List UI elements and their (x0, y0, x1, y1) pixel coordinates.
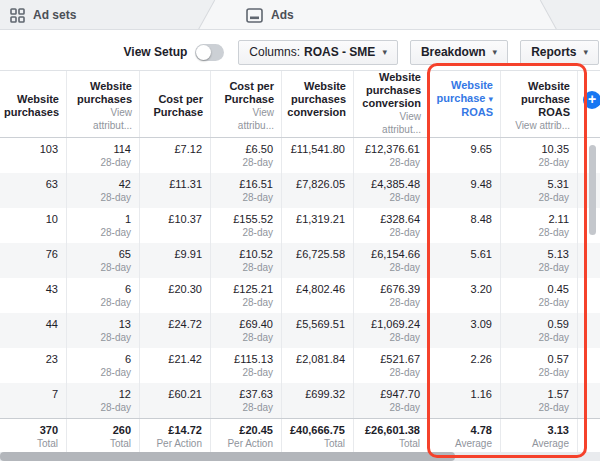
view-setup-toggle[interactable] (195, 44, 224, 61)
metric-cell: 9.48 (429, 173, 501, 208)
cell-value: 9.65 (431, 142, 492, 156)
cell-sublabel: 28-day (356, 296, 420, 309)
cell-sublabel: 28-day (69, 331, 131, 344)
table-row: 23628-day£21.42£115.1328-day£2,081.84£52… (0, 348, 600, 383)
vertical-scrollbar-thumb[interactable] (589, 145, 596, 235)
cell-sublabel: 28-day (213, 191, 273, 204)
column-attribution-note: View attrib... (515, 119, 570, 132)
breakdown-dropdown-button[interactable]: Breakdown ▾ (410, 40, 508, 65)
caret-down-icon: ▾ (493, 47, 498, 57)
cell-value: £10.52 (213, 247, 273, 261)
columns-dropdown-button[interactable]: Columns: ROAS - SME ▾ (238, 40, 398, 65)
cell-value: £947.70 (356, 387, 420, 401)
breakdown-label: Breakdown (421, 45, 486, 59)
cell-sublabel: 28-day (213, 401, 273, 414)
cell-sublabel: 28-day (213, 366, 273, 379)
table-row: 10311428-day£7.12£6.5028-day£11,541.80£1… (0, 138, 600, 173)
metric-cell: £10.37 (140, 208, 211, 243)
table-body: 10311428-day£7.12£6.5028-day£11,541.80£1… (0, 138, 600, 418)
column-header-purchases-conversion[interactable]: Website purchases conversion (282, 71, 354, 137)
horizontal-scrollbar[interactable] (0, 452, 600, 461)
add-column-button[interactable]: + (583, 91, 600, 109)
cell-value: £24.72 (142, 317, 202, 331)
tab-ad-sets[interactable]: Ad sets (10, 0, 76, 30)
reports-dropdown-button[interactable]: Reports ▾ (520, 40, 599, 65)
metric-cell: 8.48 (429, 208, 501, 243)
metric-cell: £4,802.46 (282, 278, 354, 313)
cell-sublabel: 28-day (69, 156, 131, 169)
metric-cell: 10.3528-day (501, 138, 578, 173)
column-header-purchase-roas-attributed[interactable]: Website purchase ROAS View attrib... (501, 71, 578, 137)
cell-value: £4,802.46 (284, 282, 345, 296)
column-title: Cost per Purchase (215, 80, 274, 106)
cell-sublabel: Average (503, 437, 569, 450)
metric-cell: £10.5228-day (211, 243, 282, 278)
table-row: 71228-day£60.21£37.6328-day£699.32£947.7… (0, 383, 600, 418)
cell-sublabel: 28-day (503, 401, 569, 414)
cell-value: £60.21 (142, 387, 202, 401)
table-row: 634228-day£11.31£16.5128-day£7,826.05£4,… (0, 173, 600, 208)
cell-value: 10.35 (503, 142, 569, 156)
metric-cell: £328.6428-day (354, 208, 429, 243)
column-header-website-purchases[interactable]: Website purchases (0, 71, 67, 137)
metric-cell: 0.5728-day (501, 348, 578, 383)
metric-cell: £125.2128-day (211, 278, 282, 313)
table-footer: 370Total260Total£14.72Per Action£20.45Pe… (0, 418, 600, 452)
horizontal-scrollbar-thumb[interactable] (0, 452, 455, 461)
total-cell: £26,601.38Total (354, 419, 429, 452)
metric-cell: £60.21 (140, 383, 211, 418)
column-title: Website purchases conversion (358, 71, 421, 110)
metric-cell: 43 (0, 278, 67, 313)
cell-value: £20.45 (213, 423, 273, 437)
cell-sublabel: 28-day (503, 191, 569, 204)
metric-cell: 103 (0, 138, 67, 173)
ad-card-icon (246, 8, 263, 23)
metric-cell: £16.5128-day (211, 173, 282, 208)
cell-sublabel: 28-day (503, 156, 569, 169)
column-header-cost-per-purchase-attributed[interactable]: Cost per Purchase View attribu... (211, 71, 282, 137)
metric-cell: £5,569.51 (282, 313, 354, 348)
cell-value: 114 (69, 142, 131, 156)
metric-cell: £4,385.4828-day (354, 173, 429, 208)
cell-sublabel: 28-day (69, 226, 131, 239)
metric-cell: £7,826.05 (282, 173, 354, 208)
cell-value: £521.67 (356, 352, 420, 366)
column-header-purchase-roas-sorted[interactable]: Website purchase▾ROAS (429, 71, 501, 137)
view-setup-control: View Setup (124, 44, 225, 61)
column-attribution-note: View attribut... (358, 110, 421, 132)
total-cell: £20.45Per Action (211, 419, 282, 452)
view-setup-label: View Setup (124, 45, 188, 59)
metric-cell: 0.4528-day (501, 278, 578, 313)
cell-value: £699.32 (284, 387, 345, 401)
metric-cell: 76 (0, 243, 67, 278)
cell-value: 8.48 (431, 212, 492, 226)
cell-value: £6,154.66 (356, 247, 420, 261)
cell-value: 103 (2, 142, 58, 156)
cell-value: 5.13 (503, 247, 569, 261)
cell-sublabel: Average (431, 437, 492, 450)
metric-cell: 10 (0, 208, 67, 243)
cell-value: 0.57 (503, 352, 569, 366)
cell-value: 2.26 (431, 352, 492, 366)
tab-ads[interactable]: Ads (246, 0, 294, 30)
cell-value: £40,666.75 (284, 423, 345, 437)
column-header-cost-per-purchase[interactable]: Cost per Purchase (140, 71, 211, 137)
metric-cell: 44 (0, 313, 67, 348)
metric-cell: 628-day (67, 278, 140, 313)
metric-cell: 7 (0, 383, 67, 418)
table-row: 441328-day£24.72£69.4028-day£5,569.51£1,… (0, 313, 600, 348)
table-header-row: Website purchases Website purchases View… (0, 70, 600, 138)
cell-value: 65 (69, 247, 131, 261)
column-attribution-note: View attribu... (215, 106, 274, 132)
tab-ad-sets-label: Ad sets (33, 8, 76, 22)
total-cell: 3.13Average (501, 419, 578, 452)
column-header-website-purchases-attributed[interactable]: Website purchases View attribut... (67, 71, 140, 137)
total-cell: 260Total (67, 419, 140, 452)
cell-sublabel: 28-day (69, 191, 131, 204)
cell-value: £676.39 (356, 282, 420, 296)
cell-value: 76 (2, 247, 58, 261)
column-header-purchases-conversion-attributed[interactable]: Website purchases conversion View attrib… (354, 71, 429, 137)
cell-sublabel: Per Action (142, 437, 202, 450)
cell-sublabel: 28-day (356, 331, 420, 344)
cell-value: 1.57 (503, 387, 569, 401)
